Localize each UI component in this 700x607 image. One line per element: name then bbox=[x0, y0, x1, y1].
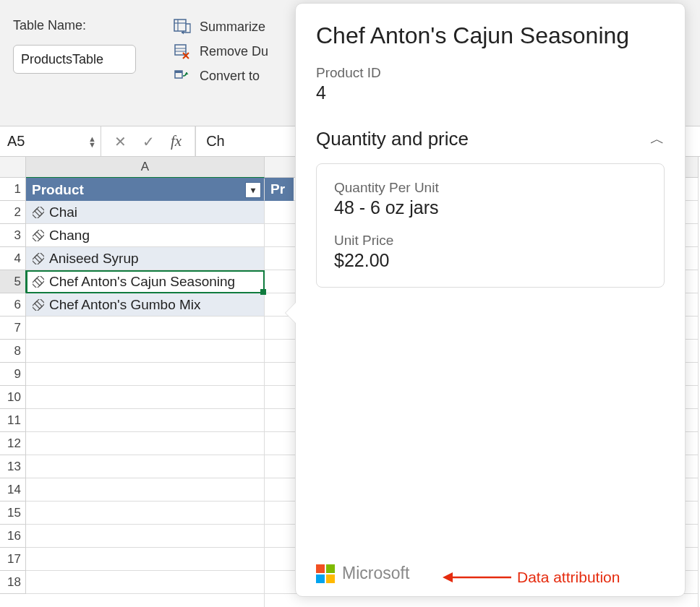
svg-marker-11 bbox=[185, 72, 189, 74]
formula-bar-text: Ch bbox=[206, 133, 225, 150]
qpu-value: 48 - 6 oz jars bbox=[334, 197, 646, 218]
row-header[interactable]: 9 bbox=[0, 363, 26, 386]
table-row[interactable]: Aniseed Syrup bbox=[26, 247, 265, 270]
table-row[interactable]: Chai bbox=[26, 201, 265, 224]
cancel-formula-icon[interactable]: ✕ bbox=[114, 133, 127, 150]
row-header[interactable]: 7 bbox=[0, 317, 26, 340]
cell[interactable] bbox=[26, 432, 265, 455]
cell-value: Aniseed Syrup bbox=[49, 251, 139, 267]
cell[interactable] bbox=[26, 363, 265, 386]
row-header[interactable]: 12 bbox=[0, 432, 26, 455]
data-type-icon bbox=[32, 229, 45, 242]
remove-duplicates-icon bbox=[172, 43, 192, 60]
table-name-input[interactable]: ProductsTable bbox=[13, 45, 136, 74]
chevron-up-icon: ︿ bbox=[650, 129, 665, 149]
name-box-value: A5 bbox=[7, 133, 25, 150]
product-id-value: 4 bbox=[316, 82, 665, 103]
filter-dropdown-icon[interactable] bbox=[245, 182, 261, 198]
table-row[interactable]: Chef Anton's Gumbo Mix bbox=[26, 293, 265, 317]
product-id-label: Product ID bbox=[316, 65, 665, 81]
qpu-label: Quantity Per Unit bbox=[334, 180, 646, 196]
table-row[interactable]: Chef Anton's Cajun Seasoning bbox=[26, 270, 265, 293]
convert-range-label: Convert to bbox=[200, 69, 260, 84]
cell[interactable] bbox=[26, 340, 265, 363]
table-header-col2-peek[interactable]: Pr bbox=[265, 178, 294, 201]
callout-pointer-icon bbox=[286, 303, 296, 323]
section-title: Quantity and price bbox=[316, 128, 469, 150]
svg-rect-10 bbox=[175, 71, 182, 73]
row-header[interactable]: 6 bbox=[0, 293, 26, 317]
cell-value: Chef Anton's Gumbo Mix bbox=[49, 297, 201, 313]
row-header[interactable]: 16 bbox=[0, 525, 26, 548]
row-header[interactable]: 3 bbox=[0, 224, 26, 247]
convert-to-range-button[interactable]: Convert to bbox=[172, 67, 268, 85]
cell[interactable] bbox=[26, 455, 265, 478]
cell-value: Chang bbox=[49, 228, 90, 244]
row-header[interactable]: 13 bbox=[0, 455, 26, 478]
row-header[interactable]: 11 bbox=[0, 409, 26, 432]
name-box[interactable]: A5 ▲▼ bbox=[0, 126, 101, 156]
cell[interactable] bbox=[26, 317, 265, 340]
data-type-icon bbox=[32, 275, 45, 288]
row-header[interactable]: 1 bbox=[0, 178, 26, 201]
card-footer-attribution: Microsoft bbox=[316, 556, 665, 583]
column-header-A[interactable]: A bbox=[26, 157, 265, 178]
unit-price-label: Unit Price bbox=[334, 233, 646, 249]
convert-range-icon bbox=[172, 67, 192, 85]
table-header-label: Product bbox=[32, 182, 84, 198]
table-name-group: Table Name: ProductsTable bbox=[13, 18, 136, 74]
unit-price-value: $22.00 bbox=[334, 250, 646, 271]
name-box-spinner-icon[interactable]: ▲▼ bbox=[88, 136, 96, 147]
table-name-value: ProductsTable bbox=[21, 52, 103, 67]
cell[interactable] bbox=[26, 525, 265, 548]
quantity-price-section-body: Quantity Per Unit 48 - 6 oz jars Unit Pr… bbox=[316, 163, 665, 288]
row-header[interactable]: 2 bbox=[0, 201, 26, 224]
row-header[interactable]: 18 bbox=[0, 571, 26, 594]
accept-formula-icon[interactable]: ✓ bbox=[142, 133, 155, 150]
cell[interactable] bbox=[26, 548, 265, 571]
formula-controls: ✕ ✓ fx bbox=[101, 126, 195, 156]
product-id-field: Product ID 4 bbox=[316, 65, 665, 103]
quantity-per-unit-field: Quantity Per Unit 48 - 6 oz jars bbox=[334, 180, 646, 218]
data-type-card: Chef Anton's Cajun Seasoning Product ID … bbox=[295, 3, 686, 597]
summarize-pivot-button[interactable]: Summarize bbox=[172, 18, 268, 35]
data-type-icon bbox=[32, 206, 45, 219]
row-header[interactable]: 8 bbox=[0, 340, 26, 363]
fx-icon[interactable]: fx bbox=[171, 132, 182, 150]
row-header[interactable]: 17 bbox=[0, 548, 26, 571]
table-header-product[interactable]: Product bbox=[26, 178, 265, 201]
quantity-price-section-header[interactable]: Quantity and price ︿ bbox=[316, 128, 665, 150]
cell-value: Chai bbox=[49, 205, 77, 220]
cell[interactable] bbox=[26, 501, 265, 525]
pivot-table-icon bbox=[172, 18, 192, 35]
row-header[interactable]: 4 bbox=[0, 247, 26, 270]
remove-duplicates-label: Remove Du bbox=[200, 44, 268, 59]
svg-rect-0 bbox=[174, 20, 186, 31]
row-header[interactable]: 14 bbox=[0, 478, 26, 501]
cell[interactable] bbox=[26, 478, 265, 501]
microsoft-logo-icon bbox=[316, 564, 335, 583]
data-type-icon bbox=[32, 252, 45, 265]
remove-duplicates-button[interactable]: Remove Du bbox=[172, 43, 268, 60]
unit-price-field: Unit Price $22.00 bbox=[334, 233, 646, 271]
row-header[interactable]: 10 bbox=[0, 386, 26, 409]
provider-name: Microsoft bbox=[342, 564, 409, 583]
select-all-corner[interactable] bbox=[0, 157, 26, 178]
row-header[interactable]: 15 bbox=[0, 501, 26, 525]
cell[interactable] bbox=[26, 386, 265, 409]
cell-value: Chef Anton's Cajun Seasoning bbox=[49, 274, 235, 290]
table-name-label: Table Name: bbox=[13, 18, 136, 33]
cell[interactable] bbox=[26, 594, 265, 607]
table-tools-group: Summarize Remove Du Convert to bbox=[172, 18, 268, 85]
row-header-strip: 1 2 3 4 5 6 7 8 9 10 11 12 13 14 15 16 1… bbox=[0, 157, 26, 607]
row-header[interactable]: 5 bbox=[0, 270, 26, 293]
cell[interactable] bbox=[26, 571, 265, 594]
data-type-icon bbox=[32, 298, 45, 311]
cell[interactable] bbox=[26, 409, 265, 432]
summarize-label: Summarize bbox=[200, 20, 265, 35]
card-title: Chef Anton's Cajun Seasoning bbox=[316, 22, 665, 49]
table-row[interactable]: Chang bbox=[26, 224, 265, 247]
